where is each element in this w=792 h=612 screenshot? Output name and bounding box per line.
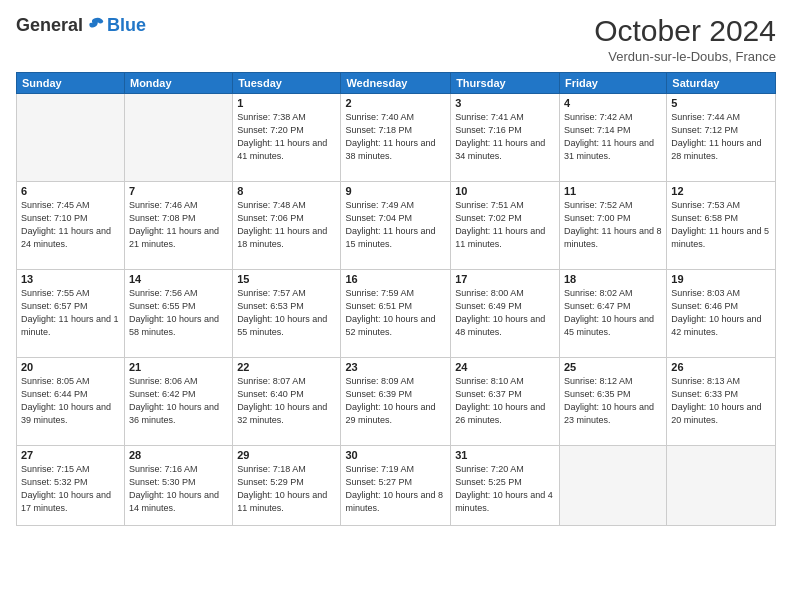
table-row	[17, 94, 125, 182]
day-info: Sunrise: 7:55 AMSunset: 6:57 PMDaylight:…	[21, 287, 120, 339]
month-title: October 2024	[594, 14, 776, 47]
day-number: 27	[21, 449, 120, 461]
day-number: 9	[345, 185, 446, 197]
table-row: 29Sunrise: 7:18 AMSunset: 5:29 PMDayligh…	[233, 446, 341, 526]
table-row: 21Sunrise: 8:06 AMSunset: 6:42 PMDayligh…	[124, 358, 232, 446]
day-info: Sunrise: 8:09 AMSunset: 6:39 PMDaylight:…	[345, 375, 446, 427]
table-row: 26Sunrise: 8:13 AMSunset: 6:33 PMDayligh…	[667, 358, 776, 446]
weekday-header-row: Sunday Monday Tuesday Wednesday Thursday…	[17, 73, 776, 94]
day-number: 15	[237, 273, 336, 285]
header-sunday: Sunday	[17, 73, 125, 94]
day-info: Sunrise: 7:19 AMSunset: 5:27 PMDaylight:…	[345, 463, 446, 515]
table-row	[559, 446, 666, 526]
table-row: 14Sunrise: 7:56 AMSunset: 6:55 PMDayligh…	[124, 270, 232, 358]
table-row	[667, 446, 776, 526]
day-info: Sunrise: 7:40 AMSunset: 7:18 PMDaylight:…	[345, 111, 446, 163]
table-row: 6Sunrise: 7:45 AMSunset: 7:10 PMDaylight…	[17, 182, 125, 270]
day-number: 16	[345, 273, 446, 285]
logo: General Blue	[16, 14, 146, 36]
logo-blue: Blue	[107, 15, 146, 36]
location: Verdun-sur-le-Doubs, France	[594, 49, 776, 64]
table-row: 5Sunrise: 7:44 AMSunset: 7:12 PMDaylight…	[667, 94, 776, 182]
table-row: 11Sunrise: 7:52 AMSunset: 7:00 PMDayligh…	[559, 182, 666, 270]
day-number: 28	[129, 449, 228, 461]
day-info: Sunrise: 7:18 AMSunset: 5:29 PMDaylight:…	[237, 463, 336, 515]
calendar-week-row: 1Sunrise: 7:38 AMSunset: 7:20 PMDaylight…	[17, 94, 776, 182]
table-row: 9Sunrise: 7:49 AMSunset: 7:04 PMDaylight…	[341, 182, 451, 270]
day-info: Sunrise: 7:59 AMSunset: 6:51 PMDaylight:…	[345, 287, 446, 339]
table-row: 31Sunrise: 7:20 AMSunset: 5:25 PMDayligh…	[451, 446, 560, 526]
day-number: 24	[455, 361, 555, 373]
calendar: Sunday Monday Tuesday Wednesday Thursday…	[16, 72, 776, 526]
day-number: 29	[237, 449, 336, 461]
day-number: 2	[345, 97, 446, 109]
table-row: 23Sunrise: 8:09 AMSunset: 6:39 PMDayligh…	[341, 358, 451, 446]
header-friday: Friday	[559, 73, 666, 94]
header: General Blue October 2024 Verdun-sur-le-…	[16, 14, 776, 64]
table-row: 22Sunrise: 8:07 AMSunset: 6:40 PMDayligh…	[233, 358, 341, 446]
day-info: Sunrise: 7:45 AMSunset: 7:10 PMDaylight:…	[21, 199, 120, 251]
day-info: Sunrise: 7:41 AMSunset: 7:16 PMDaylight:…	[455, 111, 555, 163]
day-info: Sunrise: 7:56 AMSunset: 6:55 PMDaylight:…	[129, 287, 228, 339]
day-info: Sunrise: 8:12 AMSunset: 6:35 PMDaylight:…	[564, 375, 662, 427]
day-info: Sunrise: 7:44 AMSunset: 7:12 PMDaylight:…	[671, 111, 771, 163]
day-info: Sunrise: 8:05 AMSunset: 6:44 PMDaylight:…	[21, 375, 120, 427]
day-number: 22	[237, 361, 336, 373]
table-row: 13Sunrise: 7:55 AMSunset: 6:57 PMDayligh…	[17, 270, 125, 358]
table-row: 18Sunrise: 8:02 AMSunset: 6:47 PMDayligh…	[559, 270, 666, 358]
day-number: 30	[345, 449, 446, 461]
day-info: Sunrise: 8:10 AMSunset: 6:37 PMDaylight:…	[455, 375, 555, 427]
day-info: Sunrise: 7:57 AMSunset: 6:53 PMDaylight:…	[237, 287, 336, 339]
day-number: 25	[564, 361, 662, 373]
day-number: 10	[455, 185, 555, 197]
day-info: Sunrise: 7:53 AMSunset: 6:58 PMDaylight:…	[671, 199, 771, 251]
table-row: 24Sunrise: 8:10 AMSunset: 6:37 PMDayligh…	[451, 358, 560, 446]
table-row: 20Sunrise: 8:05 AMSunset: 6:44 PMDayligh…	[17, 358, 125, 446]
day-info: Sunrise: 8:13 AMSunset: 6:33 PMDaylight:…	[671, 375, 771, 427]
table-row: 15Sunrise: 7:57 AMSunset: 6:53 PMDayligh…	[233, 270, 341, 358]
day-info: Sunrise: 7:15 AMSunset: 5:32 PMDaylight:…	[21, 463, 120, 515]
day-info: Sunrise: 7:48 AMSunset: 7:06 PMDaylight:…	[237, 199, 336, 251]
calendar-week-row: 27Sunrise: 7:15 AMSunset: 5:32 PMDayligh…	[17, 446, 776, 526]
day-number: 5	[671, 97, 771, 109]
day-number: 6	[21, 185, 120, 197]
day-number: 23	[345, 361, 446, 373]
table-row: 28Sunrise: 7:16 AMSunset: 5:30 PMDayligh…	[124, 446, 232, 526]
table-row: 12Sunrise: 7:53 AMSunset: 6:58 PMDayligh…	[667, 182, 776, 270]
table-row: 1Sunrise: 7:38 AMSunset: 7:20 PMDaylight…	[233, 94, 341, 182]
logo-bird-icon	[85, 14, 107, 36]
day-info: Sunrise: 8:06 AMSunset: 6:42 PMDaylight:…	[129, 375, 228, 427]
header-monday: Monday	[124, 73, 232, 94]
calendar-week-row: 13Sunrise: 7:55 AMSunset: 6:57 PMDayligh…	[17, 270, 776, 358]
calendar-week-row: 20Sunrise: 8:05 AMSunset: 6:44 PMDayligh…	[17, 358, 776, 446]
header-saturday: Saturday	[667, 73, 776, 94]
day-info: Sunrise: 8:07 AMSunset: 6:40 PMDaylight:…	[237, 375, 336, 427]
day-number: 11	[564, 185, 662, 197]
header-wednesday: Wednesday	[341, 73, 451, 94]
day-info: Sunrise: 7:16 AMSunset: 5:30 PMDaylight:…	[129, 463, 228, 515]
table-row: 19Sunrise: 8:03 AMSunset: 6:46 PMDayligh…	[667, 270, 776, 358]
day-info: Sunrise: 7:46 AMSunset: 7:08 PMDaylight:…	[129, 199, 228, 251]
table-row: 7Sunrise: 7:46 AMSunset: 7:08 PMDaylight…	[124, 182, 232, 270]
table-row: 16Sunrise: 7:59 AMSunset: 6:51 PMDayligh…	[341, 270, 451, 358]
day-info: Sunrise: 7:51 AMSunset: 7:02 PMDaylight:…	[455, 199, 555, 251]
day-info: Sunrise: 7:42 AMSunset: 7:14 PMDaylight:…	[564, 111, 662, 163]
calendar-week-row: 6Sunrise: 7:45 AMSunset: 7:10 PMDaylight…	[17, 182, 776, 270]
day-number: 14	[129, 273, 228, 285]
page: General Blue October 2024 Verdun-sur-le-…	[0, 0, 792, 612]
table-row: 30Sunrise: 7:19 AMSunset: 5:27 PMDayligh…	[341, 446, 451, 526]
day-number: 7	[129, 185, 228, 197]
day-number: 21	[129, 361, 228, 373]
table-row: 2Sunrise: 7:40 AMSunset: 7:18 PMDaylight…	[341, 94, 451, 182]
table-row: 8Sunrise: 7:48 AMSunset: 7:06 PMDaylight…	[233, 182, 341, 270]
table-row: 25Sunrise: 8:12 AMSunset: 6:35 PMDayligh…	[559, 358, 666, 446]
header-tuesday: Tuesday	[233, 73, 341, 94]
day-number: 31	[455, 449, 555, 461]
day-number: 8	[237, 185, 336, 197]
table-row	[124, 94, 232, 182]
table-row: 10Sunrise: 7:51 AMSunset: 7:02 PMDayligh…	[451, 182, 560, 270]
day-number: 26	[671, 361, 771, 373]
day-number: 4	[564, 97, 662, 109]
header-thursday: Thursday	[451, 73, 560, 94]
table-row: 3Sunrise: 7:41 AMSunset: 7:16 PMDaylight…	[451, 94, 560, 182]
